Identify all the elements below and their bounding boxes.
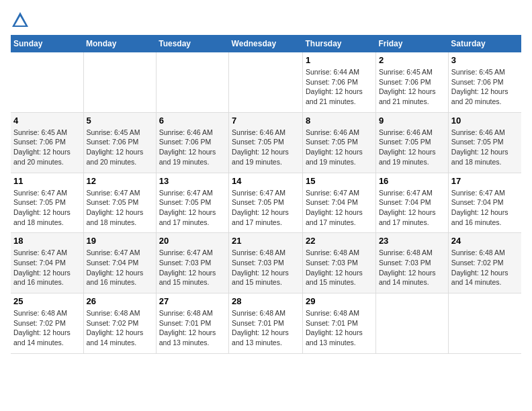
calendar-cell: 27Sunrise: 6:48 AM Sunset: 7:01 PM Dayli… — [156, 293, 228, 354]
day-number: 23 — [379, 236, 445, 246]
header-monday: Monday — [83, 35, 156, 52]
calendar-cell — [448, 293, 521, 354]
day-number: 6 — [159, 116, 226, 126]
day-number: 7 — [232, 116, 300, 126]
calendar-cell: 9Sunrise: 6:46 AM Sunset: 7:05 PM Daylig… — [375, 112, 448, 173]
day-info: Sunrise: 6:45 AM Sunset: 7:06 PM Dayligh… — [87, 128, 153, 167]
calendar-cell: 29Sunrise: 6:48 AM Sunset: 7:01 PM Dayli… — [303, 293, 376, 354]
day-number: 8 — [306, 116, 373, 126]
calendar-cell: 14Sunrise: 6:47 AM Sunset: 7:05 PM Dayli… — [229, 173, 303, 233]
calendar-cell: 21Sunrise: 6:48 AM Sunset: 7:03 PM Dayli… — [229, 233, 303, 293]
day-number: 18 — [13, 236, 81, 246]
day-info: Sunrise: 6:47 AM Sunset: 7:05 PM Dayligh… — [232, 188, 300, 228]
calendar-body: 1Sunrise: 6:44 AM Sunset: 7:06 PM Daylig… — [11, 52, 521, 353]
calendar-cell: 12Sunrise: 6:47 AM Sunset: 7:05 PM Dayli… — [83, 173, 156, 233]
calendar-cell: 23Sunrise: 6:48 AM Sunset: 7:03 PM Dayli… — [375, 233, 448, 293]
header-saturday: Saturday — [448, 35, 521, 52]
day-number: 14 — [232, 176, 300, 186]
calendar-cell — [229, 52, 303, 112]
logo — [11, 11, 32, 30]
calendar-cell: 28Sunrise: 6:48 AM Sunset: 7:01 PM Dayli… — [229, 293, 303, 354]
day-info: Sunrise: 6:47 AM Sunset: 7:04 PM Dayligh… — [13, 248, 81, 287]
calendar-cell: 8Sunrise: 6:46 AM Sunset: 7:05 PM Daylig… — [303, 112, 376, 173]
day-info: Sunrise: 6:48 AM Sunset: 7:02 PM Dayligh… — [13, 308, 81, 348]
week-row: 1Sunrise: 6:44 AM Sunset: 7:06 PM Daylig… — [11, 52, 521, 112]
header-sunday: Sunday — [11, 35, 83, 52]
day-info: Sunrise: 6:47 AM Sunset: 7:05 PM Dayligh… — [159, 188, 226, 228]
calendar-cell: 24Sunrise: 6:48 AM Sunset: 7:02 PM Dayli… — [448, 233, 521, 293]
day-number: 26 — [87, 296, 153, 306]
day-number: 12 — [87, 176, 153, 186]
calendar-cell: 10Sunrise: 6:46 AM Sunset: 7:05 PM Dayli… — [448, 112, 521, 173]
day-info: Sunrise: 6:47 AM Sunset: 7:04 PM Dayligh… — [451, 188, 519, 228]
day-number: 21 — [232, 236, 300, 246]
day-info: Sunrise: 6:45 AM Sunset: 7:06 PM Dayligh… — [451, 67, 519, 107]
calendar-cell: 26Sunrise: 6:48 AM Sunset: 7:02 PM Dayli… — [83, 293, 156, 354]
calendar-cell: 1Sunrise: 6:44 AM Sunset: 7:06 PM Daylig… — [303, 52, 376, 112]
calendar-cell: 25Sunrise: 6:48 AM Sunset: 7:02 PM Dayli… — [11, 293, 83, 354]
day-number: 20 — [159, 236, 226, 246]
calendar-table: SundayMondayTuesdayWednesdayThursdayFrid… — [11, 35, 521, 354]
week-row: 4Sunrise: 6:45 AM Sunset: 7:06 PM Daylig… — [11, 112, 521, 173]
day-number: 2 — [379, 55, 445, 65]
day-info: Sunrise: 6:48 AM Sunset: 7:02 PM Dayligh… — [451, 248, 519, 287]
day-number: 22 — [306, 236, 373, 246]
calendar-cell: 4Sunrise: 6:45 AM Sunset: 7:06 PM Daylig… — [11, 112, 83, 173]
calendar-cell: 18Sunrise: 6:47 AM Sunset: 7:04 PM Dayli… — [11, 233, 83, 293]
calendar-cell: 6Sunrise: 6:46 AM Sunset: 7:06 PM Daylig… — [156, 112, 228, 173]
day-number: 15 — [306, 176, 373, 186]
calendar-cell — [83, 52, 156, 112]
day-info: Sunrise: 6:48 AM Sunset: 7:01 PM Dayligh… — [232, 308, 300, 348]
day-number: 5 — [87, 116, 153, 126]
day-number: 9 — [379, 116, 445, 126]
day-number: 4 — [13, 116, 81, 126]
day-info: Sunrise: 6:47 AM Sunset: 7:04 PM Dayligh… — [379, 188, 445, 228]
day-number: 10 — [451, 116, 519, 126]
day-info: Sunrise: 6:48 AM Sunset: 7:01 PM Dayligh… — [306, 308, 373, 348]
day-info: Sunrise: 6:47 AM Sunset: 7:04 PM Dayligh… — [87, 248, 153, 287]
calendar-cell — [11, 52, 83, 112]
calendar-cell: 11Sunrise: 6:47 AM Sunset: 7:05 PM Dayli… — [11, 173, 83, 233]
header-wednesday: Wednesday — [229, 35, 303, 52]
calendar-cell: 22Sunrise: 6:48 AM Sunset: 7:03 PM Dayli… — [303, 233, 376, 293]
day-number: 28 — [232, 296, 300, 306]
day-info: Sunrise: 6:46 AM Sunset: 7:05 PM Dayligh… — [306, 128, 373, 167]
calendar-cell — [156, 52, 228, 112]
logo-icon — [11, 11, 30, 30]
day-info: Sunrise: 6:44 AM Sunset: 7:06 PM Dayligh… — [306, 67, 373, 107]
day-number: 29 — [306, 296, 373, 306]
header-thursday: Thursday — [303, 35, 376, 52]
day-info: Sunrise: 6:48 AM Sunset: 7:03 PM Dayligh… — [306, 248, 373, 287]
page-header — [11, 11, 521, 30]
day-number: 16 — [379, 176, 445, 186]
day-number: 19 — [87, 236, 153, 246]
calendar-cell: 16Sunrise: 6:47 AM Sunset: 7:04 PM Dayli… — [375, 173, 448, 233]
day-info: Sunrise: 6:46 AM Sunset: 7:05 PM Dayligh… — [232, 128, 300, 167]
day-info: Sunrise: 6:47 AM Sunset: 7:05 PM Dayligh… — [87, 188, 153, 228]
calendar-header-row: SundayMondayTuesdayWednesdayThursdayFrid… — [11, 35, 521, 52]
day-info: Sunrise: 6:45 AM Sunset: 7:06 PM Dayligh… — [379, 67, 445, 107]
day-number: 24 — [451, 236, 519, 246]
week-row: 11Sunrise: 6:47 AM Sunset: 7:05 PM Dayli… — [11, 173, 521, 233]
day-number: 1 — [306, 55, 373, 65]
calendar-cell: 19Sunrise: 6:47 AM Sunset: 7:04 PM Dayli… — [83, 233, 156, 293]
calendar-cell: 20Sunrise: 6:47 AM Sunset: 7:03 PM Dayli… — [156, 233, 228, 293]
day-info: Sunrise: 6:48 AM Sunset: 7:02 PM Dayligh… — [87, 308, 153, 348]
day-info: Sunrise: 6:47 AM Sunset: 7:05 PM Dayligh… — [13, 188, 81, 228]
day-number: 13 — [159, 176, 226, 186]
day-number: 3 — [451, 55, 519, 65]
day-number: 11 — [13, 176, 81, 186]
day-info: Sunrise: 6:47 AM Sunset: 7:03 PM Dayligh… — [159, 248, 226, 287]
day-number: 27 — [159, 296, 226, 306]
header-tuesday: Tuesday — [156, 35, 228, 52]
day-info: Sunrise: 6:48 AM Sunset: 7:03 PM Dayligh… — [232, 248, 300, 287]
calendar-cell: 5Sunrise: 6:45 AM Sunset: 7:06 PM Daylig… — [83, 112, 156, 173]
calendar-cell: 17Sunrise: 6:47 AM Sunset: 7:04 PM Dayli… — [448, 173, 521, 233]
day-number: 25 — [13, 296, 81, 306]
week-row: 25Sunrise: 6:48 AM Sunset: 7:02 PM Dayli… — [11, 293, 521, 354]
header-friday: Friday — [375, 35, 448, 52]
week-row: 18Sunrise: 6:47 AM Sunset: 7:04 PM Dayli… — [11, 233, 521, 293]
calendar-cell: 7Sunrise: 6:46 AM Sunset: 7:05 PM Daylig… — [229, 112, 303, 173]
day-info: Sunrise: 6:46 AM Sunset: 7:05 PM Dayligh… — [451, 128, 519, 167]
day-info: Sunrise: 6:46 AM Sunset: 7:06 PM Dayligh… — [159, 128, 226, 167]
